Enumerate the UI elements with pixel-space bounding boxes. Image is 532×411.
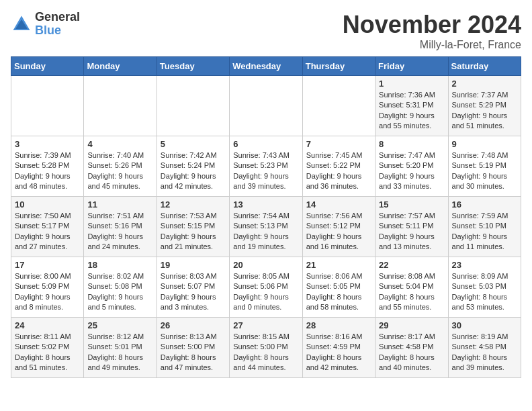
day-number: 22 — [379, 260, 444, 270]
column-header-saturday: Saturday — [448, 57, 521, 76]
day-number: 26 — [161, 320, 226, 330]
calendar-day-cell — [230, 76, 302, 136]
day-number: 15 — [379, 199, 444, 210]
day-number: 20 — [233, 260, 298, 270]
day-number: 21 — [306, 260, 371, 270]
calendar-day-cell: 6Sunrise: 7:43 AM Sunset: 5:23 PM Daylig… — [230, 136, 302, 197]
calendar-day-cell: 29Sunrise: 8:17 AM Sunset: 4:58 PM Dayli… — [375, 318, 448, 378]
calendar-day-cell — [84, 76, 157, 136]
calendar-day-cell: 15Sunrise: 7:57 AM Sunset: 5:11 PM Dayli… — [375, 197, 448, 257]
calendar-day-cell: 11Sunrise: 7:51 AM Sunset: 5:16 PM Dayli… — [84, 197, 157, 257]
day-info: Sunrise: 7:39 AM Sunset: 5:28 PM Dayligh… — [15, 150, 80, 192]
day-info: Sunrise: 8:11 AM Sunset: 5:02 PM Dayligh… — [15, 332, 80, 373]
calendar-day-cell: 16Sunrise: 7:59 AM Sunset: 5:10 PM Dayli… — [448, 197, 521, 257]
calendar-week-row: 3Sunrise: 7:39 AM Sunset: 5:28 PM Daylig… — [11, 136, 521, 197]
calendar-day-cell: 17Sunrise: 8:00 AM Sunset: 5:09 PM Dayli… — [11, 257, 84, 318]
logo-general: General — [35, 11, 80, 24]
day-info: Sunrise: 7:50 AM Sunset: 5:17 PM Dayligh… — [15, 211, 80, 253]
day-info: Sunrise: 7:37 AM Sunset: 5:29 PM Dayligh… — [452, 90, 517, 132]
day-number: 13 — [233, 199, 298, 210]
day-number: 7 — [306, 139, 371, 149]
day-info: Sunrise: 7:56 AM Sunset: 5:12 PM Dayligh… — [306, 211, 371, 253]
day-number: 10 — [15, 199, 80, 210]
day-info: Sunrise: 8:13 AM Sunset: 5:00 PM Dayligh… — [161, 332, 226, 373]
day-number: 27 — [233, 320, 298, 330]
day-number: 28 — [306, 320, 371, 330]
calendar-day-cell: 7Sunrise: 7:45 AM Sunset: 5:22 PM Daylig… — [302, 136, 375, 197]
calendar-day-cell: 22Sunrise: 8:08 AM Sunset: 5:04 PM Dayli… — [375, 257, 448, 318]
day-number: 9 — [452, 139, 517, 149]
day-number: 5 — [161, 139, 226, 149]
calendar-day-cell: 3Sunrise: 7:39 AM Sunset: 5:28 PM Daylig… — [11, 136, 84, 197]
calendar-day-cell: 12Sunrise: 7:53 AM Sunset: 5:15 PM Dayli… — [157, 197, 229, 257]
calendar-week-row: 10Sunrise: 7:50 AM Sunset: 5:17 PM Dayli… — [11, 197, 521, 257]
calendar-day-cell — [11, 76, 84, 136]
day-info: Sunrise: 7:45 AM Sunset: 5:22 PM Dayligh… — [306, 150, 371, 192]
calendar-day-cell: 2Sunrise: 7:37 AM Sunset: 5:29 PM Daylig… — [448, 76, 521, 136]
day-number: 18 — [87, 260, 152, 270]
column-header-sunday: Sunday — [11, 57, 84, 76]
day-info: Sunrise: 7:54 AM Sunset: 5:13 PM Dayligh… — [233, 211, 298, 253]
day-number: 25 — [87, 320, 152, 330]
calendar-day-cell — [157, 76, 229, 136]
day-info: Sunrise: 8:06 AM Sunset: 5:05 PM Dayligh… — [306, 271, 371, 313]
day-info: Sunrise: 8:16 AM Sunset: 4:59 PM Dayligh… — [306, 332, 371, 373]
calendar-day-cell: 13Sunrise: 7:54 AM Sunset: 5:13 PM Dayli… — [230, 197, 302, 257]
calendar-day-cell: 1Sunrise: 7:36 AM Sunset: 5:31 PM Daylig… — [375, 76, 448, 136]
day-number: 17 — [15, 260, 80, 270]
day-number: 19 — [161, 260, 226, 270]
calendar-day-cell: 5Sunrise: 7:42 AM Sunset: 5:24 PM Daylig… — [157, 136, 229, 197]
column-header-thursday: Thursday — [302, 57, 375, 76]
day-info: Sunrise: 8:08 AM Sunset: 5:04 PM Dayligh… — [379, 271, 444, 313]
day-number: 3 — [15, 139, 80, 149]
day-number: 29 — [379, 320, 444, 330]
calendar-day-cell: 4Sunrise: 7:40 AM Sunset: 5:26 PM Daylig… — [84, 136, 157, 197]
page-header: General Blue November 2024 Milly-la-Fore… — [11, 11, 521, 51]
calendar-day-cell: 27Sunrise: 8:15 AM Sunset: 5:00 PM Dayli… — [230, 318, 302, 378]
day-info: Sunrise: 7:42 AM Sunset: 5:24 PM Dayligh… — [161, 150, 226, 192]
calendar-day-cell: 14Sunrise: 7:56 AM Sunset: 5:12 PM Dayli… — [302, 197, 375, 257]
day-info: Sunrise: 8:15 AM Sunset: 5:00 PM Dayligh… — [233, 332, 298, 373]
day-info: Sunrise: 8:05 AM Sunset: 5:06 PM Dayligh… — [233, 271, 298, 313]
day-info: Sunrise: 7:53 AM Sunset: 5:15 PM Dayligh… — [161, 211, 226, 253]
logo-icon — [11, 13, 32, 35]
logo-blue: Blue — [35, 24, 80, 38]
day-info: Sunrise: 7:36 AM Sunset: 5:31 PM Dayligh… — [379, 90, 444, 132]
month-title: November 2024 — [343, 11, 521, 39]
calendar-day-cell: 9Sunrise: 7:48 AM Sunset: 5:19 PM Daylig… — [448, 136, 521, 197]
day-number: 8 — [379, 139, 444, 149]
calendar-day-cell: 20Sunrise: 8:05 AM Sunset: 5:06 PM Dayli… — [230, 257, 302, 318]
day-info: Sunrise: 7:43 AM Sunset: 5:23 PM Dayligh… — [233, 150, 298, 192]
day-number: 6 — [233, 139, 298, 149]
calendar-table: SundayMondayTuesdayWednesdayThursdayFrid… — [11, 56, 521, 378]
day-info: Sunrise: 7:40 AM Sunset: 5:26 PM Dayligh… — [87, 150, 152, 192]
day-number: 23 — [452, 260, 517, 270]
day-info: Sunrise: 8:02 AM Sunset: 5:08 PM Dayligh… — [87, 271, 152, 313]
calendar-day-cell: 18Sunrise: 8:02 AM Sunset: 5:08 PM Dayli… — [84, 257, 157, 318]
location-subtitle: Milly-la-Foret, France — [343, 39, 521, 51]
day-info: Sunrise: 8:12 AM Sunset: 5:01 PM Dayligh… — [87, 332, 152, 373]
day-info: Sunrise: 7:51 AM Sunset: 5:16 PM Dayligh… — [87, 211, 152, 253]
day-number: 1 — [379, 79, 444, 89]
column-header-wednesday: Wednesday — [230, 57, 302, 76]
day-info: Sunrise: 8:09 AM Sunset: 5:03 PM Dayligh… — [452, 271, 517, 313]
column-header-tuesday: Tuesday — [157, 57, 229, 76]
day-info: Sunrise: 7:47 AM Sunset: 5:20 PM Dayligh… — [379, 150, 444, 192]
logo: General Blue — [11, 11, 80, 38]
day-info: Sunrise: 7:57 AM Sunset: 5:11 PM Dayligh… — [379, 211, 444, 253]
day-info: Sunrise: 7:48 AM Sunset: 5:19 PM Dayligh… — [452, 150, 517, 192]
calendar-day-cell — [302, 76, 375, 136]
calendar-day-cell: 23Sunrise: 8:09 AM Sunset: 5:03 PM Dayli… — [448, 257, 521, 318]
column-header-friday: Friday — [375, 57, 448, 76]
day-number: 4 — [87, 139, 152, 149]
logo-text: General Blue — [35, 11, 80, 38]
title-block: November 2024 Milly-la-Foret, France — [343, 11, 521, 51]
column-header-monday: Monday — [84, 57, 157, 76]
calendar-day-cell: 21Sunrise: 8:06 AM Sunset: 5:05 PM Dayli… — [302, 257, 375, 318]
calendar-day-cell: 19Sunrise: 8:03 AM Sunset: 5:07 PM Dayli… — [157, 257, 229, 318]
calendar-week-row: 17Sunrise: 8:00 AM Sunset: 5:09 PM Dayli… — [11, 257, 521, 318]
calendar-day-cell: 28Sunrise: 8:16 AM Sunset: 4:59 PM Dayli… — [302, 318, 375, 378]
day-number: 11 — [87, 199, 152, 210]
day-info: Sunrise: 8:19 AM Sunset: 4:58 PM Dayligh… — [452, 332, 517, 373]
calendar-header-row: SundayMondayTuesdayWednesdayThursdayFrid… — [11, 57, 521, 76]
